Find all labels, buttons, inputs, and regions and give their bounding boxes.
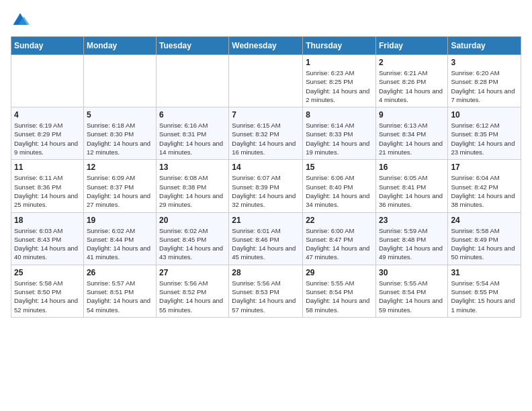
day-cell: 23Sunrise: 5:59 AMSunset: 8:48 PMDayligh… xyxy=(375,212,447,265)
day-info: Sunrise: 6:13 AMSunset: 8:34 PMDaylight:… xyxy=(379,121,445,156)
day-info: Sunrise: 5:55 AMSunset: 8:54 PMDaylight:… xyxy=(306,279,373,314)
day-number: 29 xyxy=(306,268,373,277)
day-number: 25 xyxy=(14,268,81,277)
day-number: 19 xyxy=(87,216,153,225)
col-header-friday: Friday xyxy=(375,37,447,55)
day-info: Sunrise: 5:58 AMSunset: 8:49 PMDaylight:… xyxy=(451,226,518,262)
day-cell: 28Sunrise: 5:56 AMSunset: 8:53 PMDayligh… xyxy=(229,265,303,317)
day-info: Sunrise: 5:56 AMSunset: 8:52 PMDaylight:… xyxy=(159,279,226,314)
day-number: 6 xyxy=(159,110,226,120)
day-number: 5 xyxy=(87,110,153,120)
col-header-tuesday: Tuesday xyxy=(157,37,229,55)
day-number: 30 xyxy=(379,268,445,277)
day-info: Sunrise: 6:23 AMSunset: 8:25 PMDaylight:… xyxy=(306,68,373,104)
week-row-5: 25Sunrise: 5:58 AMSunset: 8:50 PMDayligh… xyxy=(11,265,521,317)
day-number: 12 xyxy=(87,163,153,172)
day-info: Sunrise: 6:00 AMSunset: 8:47 PMDaylight:… xyxy=(306,226,373,262)
day-cell: 12Sunrise: 6:09 AMSunset: 8:37 PMDayligh… xyxy=(83,160,156,212)
day-cell: 17Sunrise: 6:04 AMSunset: 8:42 PMDayligh… xyxy=(448,160,521,212)
day-number: 15 xyxy=(306,163,373,172)
day-number: 7 xyxy=(232,110,300,120)
day-info: Sunrise: 6:02 AMSunset: 8:45 PMDaylight:… xyxy=(159,226,226,262)
col-header-thursday: Thursday xyxy=(303,37,376,55)
week-row-3: 11Sunrise: 6:11 AMSunset: 8:36 PMDayligh… xyxy=(11,160,521,212)
day-info: Sunrise: 6:20 AMSunset: 8:28 PMDaylight:… xyxy=(451,68,518,104)
day-cell: 22Sunrise: 6:00 AMSunset: 8:47 PMDayligh… xyxy=(303,212,376,265)
day-number: 11 xyxy=(14,163,81,172)
logo-icon xyxy=(11,11,30,30)
day-cell: 5Sunrise: 6:18 AMSunset: 8:30 PMDaylight… xyxy=(83,107,156,160)
day-cell: 29Sunrise: 5:55 AMSunset: 8:54 PMDayligh… xyxy=(303,265,376,317)
day-info: Sunrise: 6:08 AMSunset: 8:38 PMDaylight:… xyxy=(159,173,226,209)
logo xyxy=(11,11,32,30)
day-cell: 13Sunrise: 6:08 AMSunset: 8:38 PMDayligh… xyxy=(157,160,229,212)
day-cell: 25Sunrise: 5:58 AMSunset: 8:50 PMDayligh… xyxy=(11,265,84,317)
day-cell xyxy=(11,55,84,107)
day-info: Sunrise: 6:21 AMSunset: 8:26 PMDaylight:… xyxy=(379,68,445,104)
day-info: Sunrise: 5:54 AMSunset: 8:55 PMDaylight:… xyxy=(451,279,518,314)
day-cell: 4Sunrise: 6:19 AMSunset: 8:29 PMDaylight… xyxy=(11,107,84,160)
day-info: Sunrise: 5:57 AMSunset: 8:51 PMDaylight:… xyxy=(87,279,153,314)
calendar-table: SundayMondayTuesdayWednesdayThursdayFrid… xyxy=(11,36,521,318)
day-info: Sunrise: 6:15 AMSunset: 8:32 PMDaylight:… xyxy=(232,121,300,156)
day-cell: 10Sunrise: 6:12 AMSunset: 8:35 PMDayligh… xyxy=(448,107,521,160)
day-info: Sunrise: 6:14 AMSunset: 8:33 PMDaylight:… xyxy=(306,121,373,156)
day-info: Sunrise: 6:09 AMSunset: 8:37 PMDaylight:… xyxy=(87,173,153,209)
day-cell: 1Sunrise: 6:23 AMSunset: 8:25 PMDaylight… xyxy=(303,55,376,107)
day-cell: 16Sunrise: 6:05 AMSunset: 8:41 PMDayligh… xyxy=(375,160,447,212)
day-number: 24 xyxy=(451,216,518,225)
day-number: 23 xyxy=(379,216,445,225)
header-row: SundayMondayTuesdayWednesdayThursdayFrid… xyxy=(11,37,521,55)
day-number: 31 xyxy=(451,268,518,277)
day-cell: 26Sunrise: 5:57 AMSunset: 8:51 PMDayligh… xyxy=(83,265,156,317)
day-cell: 24Sunrise: 5:58 AMSunset: 8:49 PMDayligh… xyxy=(448,212,521,265)
day-number: 4 xyxy=(14,110,81,120)
day-cell: 20Sunrise: 6:02 AMSunset: 8:45 PMDayligh… xyxy=(157,212,229,265)
day-info: Sunrise: 5:58 AMSunset: 8:50 PMDaylight:… xyxy=(14,279,81,314)
day-info: Sunrise: 6:04 AMSunset: 8:42 PMDaylight:… xyxy=(451,173,518,209)
day-number: 17 xyxy=(451,163,518,172)
day-cell: 21Sunrise: 6:01 AMSunset: 8:46 PMDayligh… xyxy=(229,212,303,265)
day-cell: 31Sunrise: 5:54 AMSunset: 8:55 PMDayligh… xyxy=(448,265,521,317)
day-number: 22 xyxy=(306,216,373,225)
day-number: 27 xyxy=(159,268,226,277)
day-cell: 9Sunrise: 6:13 AMSunset: 8:34 PMDaylight… xyxy=(375,107,447,160)
day-number: 26 xyxy=(87,268,153,277)
day-number: 13 xyxy=(159,163,226,172)
day-cell: 11Sunrise: 6:11 AMSunset: 8:36 PMDayligh… xyxy=(11,160,84,212)
week-row-1: 1Sunrise: 6:23 AMSunset: 8:25 PMDaylight… xyxy=(11,55,521,107)
week-row-2: 4Sunrise: 6:19 AMSunset: 8:29 PMDaylight… xyxy=(11,107,521,160)
day-cell: 18Sunrise: 6:03 AMSunset: 8:43 PMDayligh… xyxy=(11,212,84,265)
day-number: 14 xyxy=(232,163,300,172)
day-number: 18 xyxy=(14,216,81,225)
day-info: Sunrise: 6:11 AMSunset: 8:36 PMDaylight:… xyxy=(14,173,81,209)
day-cell: 30Sunrise: 5:55 AMSunset: 8:54 PMDayligh… xyxy=(375,265,447,317)
day-info: Sunrise: 6:16 AMSunset: 8:31 PMDaylight:… xyxy=(159,121,226,156)
day-cell: 27Sunrise: 5:56 AMSunset: 8:52 PMDayligh… xyxy=(157,265,229,317)
day-number: 21 xyxy=(232,216,300,225)
day-info: Sunrise: 6:06 AMSunset: 8:40 PMDaylight:… xyxy=(306,173,373,209)
day-info: Sunrise: 6:19 AMSunset: 8:29 PMDaylight:… xyxy=(14,121,81,156)
day-number: 9 xyxy=(379,110,445,120)
day-info: Sunrise: 6:07 AMSunset: 8:39 PMDaylight:… xyxy=(232,173,300,209)
day-number: 8 xyxy=(306,110,373,120)
day-cell: 7Sunrise: 6:15 AMSunset: 8:32 PMDaylight… xyxy=(229,107,303,160)
day-number: 1 xyxy=(306,58,373,67)
day-cell: 3Sunrise: 6:20 AMSunset: 8:28 PMDaylight… xyxy=(448,55,521,107)
day-cell: 14Sunrise: 6:07 AMSunset: 8:39 PMDayligh… xyxy=(229,160,303,212)
day-number: 16 xyxy=(379,163,445,172)
col-header-sunday: Sunday xyxy=(11,37,84,55)
page-header xyxy=(11,11,521,30)
week-row-4: 18Sunrise: 6:03 AMSunset: 8:43 PMDayligh… xyxy=(11,212,521,265)
day-cell xyxy=(229,55,303,107)
day-cell xyxy=(83,55,156,107)
day-info: Sunrise: 6:18 AMSunset: 8:30 PMDaylight:… xyxy=(87,121,153,156)
day-cell: 8Sunrise: 6:14 AMSunset: 8:33 PMDaylight… xyxy=(303,107,376,160)
day-info: Sunrise: 6:02 AMSunset: 8:44 PMDaylight:… xyxy=(87,226,153,262)
day-cell: 6Sunrise: 6:16 AMSunset: 8:31 PMDaylight… xyxy=(157,107,229,160)
day-info: Sunrise: 6:01 AMSunset: 8:46 PMDaylight:… xyxy=(232,226,300,262)
col-header-wednesday: Wednesday xyxy=(229,37,303,55)
day-number: 3 xyxy=(451,58,518,67)
day-info: Sunrise: 5:55 AMSunset: 8:54 PMDaylight:… xyxy=(379,279,445,314)
day-cell xyxy=(157,55,229,107)
